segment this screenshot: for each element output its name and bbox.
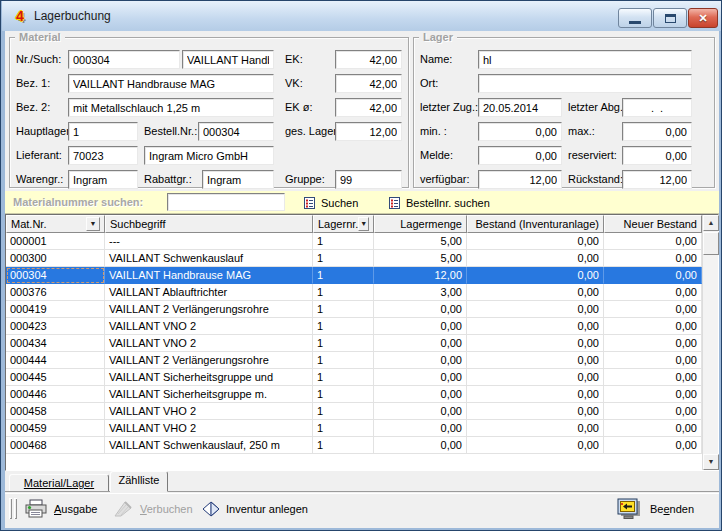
table-cell[interactable]: 1 bbox=[313, 369, 374, 386]
column-header-bestand[interactable]: Bestand (Inventuranlage) bbox=[467, 215, 604, 233]
close-button[interactable]: ✕ bbox=[688, 8, 718, 28]
table-cell[interactable]: 5,00 bbox=[374, 233, 467, 250]
column-header-lagermenge[interactable]: Lagermenge bbox=[374, 215, 467, 233]
lieferant-name-field[interactable] bbox=[144, 146, 274, 165]
bez2-field[interactable] bbox=[68, 98, 274, 117]
table-cell[interactable]: 1 bbox=[313, 284, 374, 301]
table-cell[interactable]: 0,00 bbox=[374, 403, 467, 420]
table-cell[interactable]: 0,00 bbox=[374, 318, 467, 335]
table-cell[interactable]: 0,00 bbox=[604, 403, 702, 420]
table-row[interactable]: 000468VAILLANT Schwenkauslauf, 250 m10,0… bbox=[6, 437, 702, 454]
column-header-neuer-bestand[interactable]: Neuer Bestand bbox=[604, 215, 702, 233]
verfuegbar-field[interactable] bbox=[478, 170, 562, 189]
table-cell[interactable]: 1 bbox=[313, 403, 374, 420]
minimize-button[interactable] bbox=[618, 8, 652, 28]
table-cell[interactable]: 0,00 bbox=[467, 403, 604, 420]
lager-name-field[interactable] bbox=[478, 50, 692, 69]
lieferant-nr-field[interactable] bbox=[68, 146, 138, 165]
table-row[interactable]: 000446VAILLANT Sicherheitsgruppe m.10,00… bbox=[6, 386, 702, 403]
tab-material-lager[interactable]: Material/Lager bbox=[9, 474, 109, 492]
beenden-button[interactable]: Beenden bbox=[611, 496, 697, 522]
table-cell[interactable]: VAILLANT VNO 2 bbox=[105, 335, 313, 352]
ek-avg-field[interactable] bbox=[335, 98, 402, 117]
materialnummer-search-input[interactable] bbox=[167, 193, 285, 211]
bez1-field[interactable] bbox=[68, 74, 274, 93]
table-row[interactable]: 000445VAILLANT Sicherheitsgruppe und10,0… bbox=[6, 369, 702, 386]
table-cell[interactable]: 000419 bbox=[6, 301, 105, 318]
table-cell[interactable]: 0,00 bbox=[467, 233, 604, 250]
table-row[interactable]: 000444VAILLANT 2 Verlängerungsrohre10,00… bbox=[6, 352, 702, 369]
table-cell[interactable]: 1 bbox=[313, 437, 374, 454]
bestellnr-suchen-button[interactable]: Bestellnr. suchen bbox=[388, 194, 490, 211]
table-cell[interactable]: 0,00 bbox=[604, 267, 702, 284]
table-row[interactable]: 000304VAILLANT Handbrause MAG112,000,000… bbox=[6, 267, 702, 284]
table-cell[interactable]: 1 bbox=[313, 233, 374, 250]
table-cell[interactable]: 000304 bbox=[6, 267, 105, 284]
table-cell[interactable]: 3,00 bbox=[374, 284, 467, 301]
table-cell[interactable]: 0,00 bbox=[604, 437, 702, 454]
table-row[interactable]: 000300VAILLANT Schwenkauslauf15,000,000,… bbox=[6, 250, 702, 267]
table-cell[interactable]: 5,00 bbox=[374, 250, 467, 267]
table-cell[interactable]: 0,00 bbox=[604, 318, 702, 335]
melde-field[interactable] bbox=[478, 146, 562, 165]
table-cell[interactable]: 1 bbox=[313, 420, 374, 437]
table-cell[interactable]: 0,00 bbox=[374, 335, 467, 352]
table-row[interactable]: 000458VAILLANT VHO 210,000,000,00 bbox=[6, 403, 702, 420]
table-cell[interactable]: VAILLANT VHO 2 bbox=[105, 420, 313, 437]
tab-zaehlliste[interactable]: Zählliste bbox=[110, 471, 168, 492]
table-cell[interactable]: 000001 bbox=[6, 233, 105, 250]
table-cell[interactable]: 0,00 bbox=[467, 369, 604, 386]
table-cell[interactable]: 0,00 bbox=[604, 284, 702, 301]
table-row[interactable]: 000459VAILLANT VHO 210,000,000,00 bbox=[6, 420, 702, 437]
hauptlager-field[interactable] bbox=[68, 122, 138, 141]
table-cell[interactable]: 0,00 bbox=[374, 301, 467, 318]
table-cell[interactable]: 000468 bbox=[6, 437, 105, 454]
table-cell[interactable]: 0,00 bbox=[467, 318, 604, 335]
table-cell[interactable]: 1 bbox=[313, 335, 374, 352]
chevron-down-icon[interactable]: ▼ bbox=[358, 217, 369, 231]
table-row[interactable]: 000434VAILLANT VNO 210,000,000,00 bbox=[6, 335, 702, 352]
maximize-button[interactable] bbox=[653, 8, 687, 28]
table-cell[interactable]: 0,00 bbox=[467, 284, 604, 301]
table-cell[interactable]: 0,00 bbox=[374, 437, 467, 454]
table-cell[interactable]: 000458 bbox=[6, 403, 105, 420]
table-cell[interactable]: 0,00 bbox=[467, 386, 604, 403]
table-cell[interactable]: 0,00 bbox=[604, 301, 702, 318]
table-cell[interactable]: 1 bbox=[313, 250, 374, 267]
table-cell[interactable]: 0,00 bbox=[604, 352, 702, 369]
letzter-zug-field[interactable] bbox=[478, 98, 562, 117]
table-cell[interactable]: VAILLANT Schwenkauslauf, 250 m bbox=[105, 437, 313, 454]
letzter-abg-field[interactable] bbox=[622, 98, 692, 117]
table-cell[interactable]: 0,00 bbox=[604, 335, 702, 352]
ek-field[interactable] bbox=[335, 50, 402, 69]
gruppe-field[interactable] bbox=[335, 170, 402, 189]
table-row[interactable]: 000423VAILLANT VNO 210,000,000,00 bbox=[6, 318, 702, 335]
table-cell[interactable]: 0,00 bbox=[604, 250, 702, 267]
reserviert-field[interactable] bbox=[622, 146, 692, 165]
table-cell[interactable]: 0,00 bbox=[374, 420, 467, 437]
inventur-anlegen-button[interactable]: Inventur anlegen bbox=[199, 496, 311, 522]
table-cell[interactable]: VAILLANT Schwenkauslauf bbox=[105, 250, 313, 267]
column-header-lagernr[interactable]: Lagernr. ▼ bbox=[313, 215, 374, 233]
table-cell[interactable]: 0,00 bbox=[604, 386, 702, 403]
toolbar-grip[interactable] bbox=[14, 498, 17, 519]
ort-field[interactable] bbox=[478, 74, 692, 93]
table-cell[interactable]: VAILLANT VHO 2 bbox=[105, 403, 313, 420]
table-cell[interactable]: VAILLANT Sicherheitsgruppe m. bbox=[105, 386, 313, 403]
ausgabe-button[interactable]: Ausgabe bbox=[21, 496, 100, 522]
chevron-down-icon[interactable]: ▼ bbox=[86, 217, 100, 231]
table-cell[interactable]: VAILLANT 2 Verlängerungsrohre bbox=[105, 352, 313, 369]
table-cell[interactable]: 0,00 bbox=[467, 250, 604, 267]
table-cell[interactable]: 1 bbox=[313, 267, 374, 284]
table-cell[interactable]: VAILLANT Handbrause MAG bbox=[105, 267, 313, 284]
table-cell[interactable]: 12,00 bbox=[374, 267, 467, 284]
table-cell[interactable]: VAILLANT 2 Verlängerungsrohre bbox=[105, 301, 313, 318]
table-cell[interactable]: VAILLANT VNO 2 bbox=[105, 318, 313, 335]
bestellnr-field[interactable] bbox=[198, 122, 274, 141]
column-header-suchbegriff[interactable]: Suchbegriff bbox=[105, 215, 313, 233]
table-cell[interactable]: 000300 bbox=[6, 250, 105, 267]
table-cell[interactable]: 0,00 bbox=[467, 335, 604, 352]
table-cell[interactable]: 0,00 bbox=[374, 386, 467, 403]
table-cell[interactable]: 0,00 bbox=[467, 301, 604, 318]
material-nr-name-field[interactable] bbox=[182, 50, 274, 69]
